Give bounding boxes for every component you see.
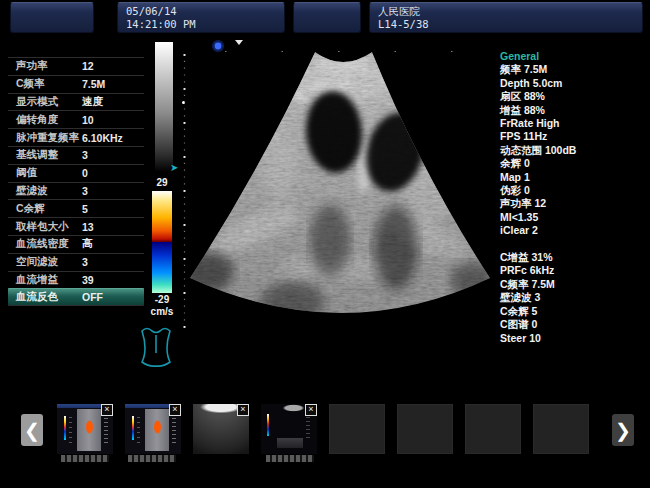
param-value: 3 (82, 149, 140, 161)
param-value: 高 (82, 237, 140, 251)
grayscale-bar (155, 42, 173, 172)
header-hospital: 人民医院 L14-5/38 (369, 2, 643, 33)
sidebar-row-acoustic-power[interactable]: 声功率 12 (8, 57, 144, 75)
param-value: 速度 (82, 95, 140, 109)
velocity-scale-max: 29 (148, 177, 176, 188)
param-value: OFF (82, 291, 140, 303)
param-label: C余辉 (16, 202, 82, 216)
header-datetime: 05/06/14 14:21:00 PM (117, 2, 285, 33)
info-line: Steer 10 (500, 332, 648, 345)
param-label: 声功率 (16, 59, 82, 73)
info-line: 伪彩 0 (500, 184, 648, 197)
info-line: 声功率 12 (500, 197, 648, 210)
sidebar-row-wall-filter[interactable]: 壁滤波 3 (8, 182, 144, 200)
param-value: 7.5M (82, 78, 140, 90)
blue-orientation-dot (215, 43, 222, 50)
param-label: 血流反色 (16, 290, 82, 304)
sidebar-row-steer-angle[interactable]: 偏转角度 10 (8, 110, 144, 128)
close-icon[interactable]: × (305, 404, 317, 416)
thumbnail-3[interactable]: × (193, 404, 249, 454)
probe-position-marker (235, 40, 243, 45)
info-line: MI<1.35 (500, 211, 648, 224)
focus-marker-icon: ➤ (170, 162, 178, 173)
info-line: FPS 11Hz (500, 130, 648, 143)
thumbnail-4[interactable]: × (261, 404, 317, 454)
param-value: 5 (82, 203, 140, 215)
hospital-name: 人民医院 (378, 5, 634, 18)
param-label: 取样包大小 (16, 220, 82, 234)
thumbnail-2[interactable]: × (125, 404, 181, 454)
sidebar-row-baseline[interactable]: 基线调整 3 (8, 146, 144, 164)
header-date: 05/06/14 (126, 5, 276, 18)
param-label: 阈值 (16, 166, 82, 180)
header-time: 14:21:00 PM (126, 18, 276, 31)
sidebar-row-c-frequency[interactable]: C频率 7.5M (8, 75, 144, 93)
info-section-title: General (500, 50, 648, 63)
probe-model: L14-5/38 (378, 18, 634, 31)
param-value: 6.10KHz (82, 132, 140, 144)
param-value: 3 (82, 256, 140, 268)
sidebar-row-display-mode[interactable]: 显示模式 速度 (8, 93, 144, 111)
info-line: Map 1 (500, 171, 648, 184)
param-value: 13 (82, 221, 140, 233)
param-label: C频率 (16, 77, 82, 91)
info-line: 频率 7.5M (500, 63, 648, 76)
sidebar-row-packet-size[interactable]: 取样包大小 13 (8, 217, 144, 235)
close-icon[interactable]: × (237, 404, 249, 416)
info-line: 壁滤波 3 (500, 291, 648, 304)
thumbnail-1[interactable]: × (57, 404, 113, 454)
sidebar-row-threshold[interactable]: 阈值 0 (8, 164, 144, 182)
header-segment-blank (10, 2, 94, 33)
doppler-color-bar (152, 191, 172, 293)
param-value: 3 (82, 185, 140, 197)
param-label: 基线调整 (16, 148, 82, 162)
thumbnail-slot-empty (465, 404, 521, 454)
thumbnail-strip: × × × × (57, 404, 589, 454)
param-label: 血流增益 (16, 273, 82, 287)
sidebar-row-flow-invert[interactable]: 血流反色 OFF (8, 288, 144, 306)
sidebar-row-line-density[interactable]: 血流线密度 高 (8, 235, 144, 253)
parameter-sidebar: 声功率 12 C频率 7.5M 显示模式 速度 偏转角度 10 脉冲重复频率 6… (8, 57, 144, 306)
ultrasound-screen: 05/06/14 14:21:00 PM 人民医院 L14-5/38 声功率 1… (0, 0, 650, 488)
chevron-left-icon: ❮ (24, 419, 40, 442)
sidebar-row-c-persistence[interactable]: C余辉 5 (8, 199, 144, 217)
info-line: C图谱 0 (500, 318, 648, 331)
param-label: 空间滤波 (16, 255, 82, 269)
close-icon[interactable]: × (169, 404, 181, 416)
prev-thumbnails-button[interactable]: ❮ (21, 414, 43, 446)
info-line: iClear 2 (500, 224, 648, 237)
chevron-right-icon: ❯ (615, 419, 631, 442)
info-line: C余辉 5 (500, 305, 648, 318)
info-line: C频率 7.5M (500, 278, 648, 291)
image-info-panel: General 频率 7.5M Depth 5.0cm 扇区 88% 增益 88… (500, 50, 648, 345)
info-line: FrRate High (500, 117, 648, 130)
info-line: 动态范围 100dB (500, 144, 648, 157)
thumbnail-filmstrip (61, 455, 109, 462)
ultrasound-image (180, 40, 500, 390)
header-segment-blank (293, 2, 361, 33)
param-label: 壁滤波 (16, 184, 82, 198)
info-line: Depth 5.0cm (500, 77, 648, 90)
sidebar-row-flow-gain[interactable]: 血流增益 39 (8, 271, 144, 289)
param-value: 0 (82, 167, 140, 179)
param-value: 39 (82, 274, 140, 286)
sidebar-row-spatial-filter[interactable]: 空间滤波 3 (8, 253, 144, 271)
thumbnail-filmstrip (128, 455, 176, 462)
next-thumbnails-button[interactable]: ❯ (612, 414, 634, 446)
sidebar-row-prf[interactable]: 脉冲重复频率 6.10KHz (8, 128, 144, 146)
info-line: C增益 31% (500, 251, 648, 264)
thumbnail-slot-empty (533, 404, 589, 454)
info-line: 余辉 0 (500, 157, 648, 170)
body-marker-icon[interactable] (137, 326, 175, 370)
thumbnail-slot-empty (329, 404, 385, 454)
velocity-scale-unit: cm/s (144, 306, 180, 317)
thumbnail-filmstrip (266, 455, 314, 462)
info-line: PRFc 6kHz (500, 264, 648, 277)
param-label: 血流线密度 (16, 237, 82, 251)
param-label: 偏转角度 (16, 113, 82, 127)
close-icon[interactable]: × (101, 404, 113, 416)
info-line: 增益 88% (500, 104, 648, 117)
velocity-scale-min: -29 (146, 294, 178, 305)
param-label: 显示模式 (16, 95, 82, 109)
info-line: 扇区 88% (500, 90, 648, 103)
